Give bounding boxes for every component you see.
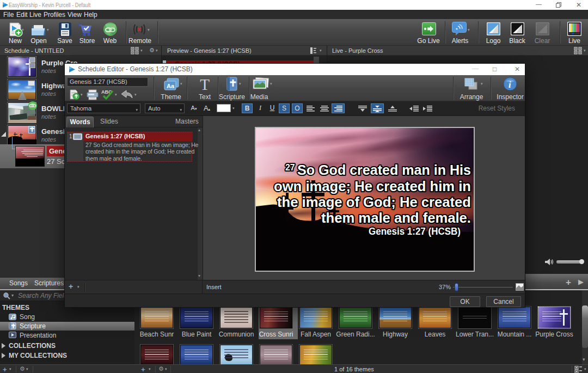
svg-text:them male and female.: them male and female. — [321, 210, 471, 226]
svg-text:27 So God created man in His: 27 So God created man in His — [285, 162, 471, 178]
svg-text:Aa: Aa — [167, 83, 175, 89]
svg-text:i: i — [509, 80, 511, 90]
svg-text:Genesis 1:27 (HCSB): Genesis 1:27 (HCSB) — [369, 225, 461, 237]
svg-text:own image; He created him in: own image; He created him in — [274, 178, 471, 194]
svg-text:the image of God; He created: the image of God; He created — [277, 194, 471, 210]
